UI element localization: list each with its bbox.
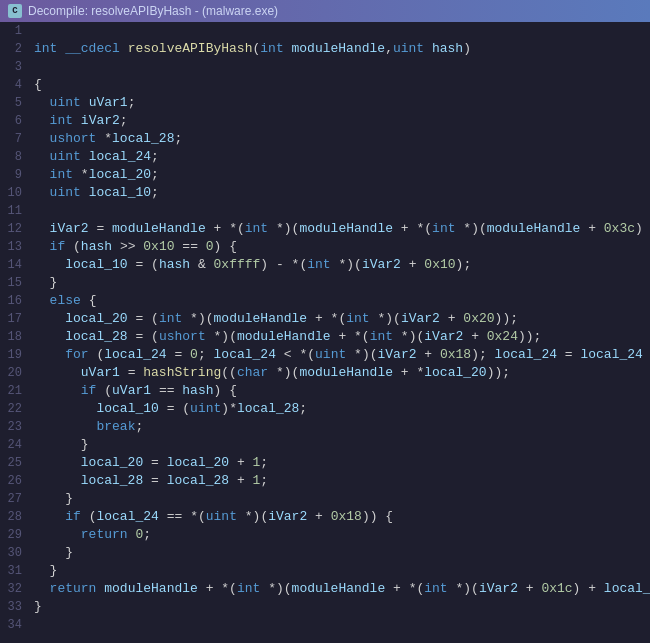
line-content: local_28 = local_28 + 1;	[30, 472, 650, 490]
line-number: 32	[0, 580, 30, 598]
line-number: 28	[0, 508, 30, 526]
line-number: 31	[0, 562, 30, 580]
line-number: 22	[0, 400, 30, 418]
line-content: uint uVar1;	[30, 94, 650, 112]
line-content: if (hash >> 0x10 == 0) {	[30, 238, 650, 256]
line-number: 17	[0, 310, 30, 328]
code-line: 15 }	[0, 274, 650, 292]
line-content: }	[30, 274, 650, 292]
line-number: 2	[0, 40, 30, 58]
line-content: }	[30, 436, 650, 454]
line-content: }	[30, 598, 650, 616]
line-content: if (uVar1 == hash) {	[30, 382, 650, 400]
code-line: 9 int *local_20;	[0, 166, 650, 184]
line-number: 1	[0, 22, 30, 40]
code-line: 27 }	[0, 490, 650, 508]
line-number: 25	[0, 454, 30, 472]
line-number: 33	[0, 598, 30, 616]
line-number: 14	[0, 256, 30, 274]
code-line: 24 }	[0, 436, 650, 454]
line-content: local_10 = (uint)*local_28;	[30, 400, 650, 418]
line-number: 3	[0, 58, 30, 76]
line-number: 6	[0, 112, 30, 130]
code-line: 4{	[0, 76, 650, 94]
code-line: 7 ushort *local_28;	[0, 130, 650, 148]
line-content: return 0;	[30, 526, 650, 544]
line-content: }	[30, 490, 650, 508]
code-line: 14 local_10 = (hash & 0xffff) - *(int *)…	[0, 256, 650, 274]
line-number: 23	[0, 418, 30, 436]
code-line: 33}	[0, 598, 650, 616]
line-content: local_28 = (ushort *)(moduleHandle + *(i…	[30, 328, 650, 346]
line-content: uVar1 = hashString((char *)(moduleHandle…	[30, 364, 650, 382]
line-number: 19	[0, 346, 30, 364]
line-number: 4	[0, 76, 30, 94]
line-number: 20	[0, 364, 30, 382]
line-content: }	[30, 544, 650, 562]
code-line: 8 uint local_24;	[0, 148, 650, 166]
line-content: int __cdecl resolveAPIByHash(int moduleH…	[30, 40, 650, 58]
code-line: 19 for (local_24 = 0; local_24 < *(uint …	[0, 346, 650, 364]
code-line: 11	[0, 202, 650, 220]
line-number: 29	[0, 526, 30, 544]
code-line: 25 local_20 = local_20 + 1;	[0, 454, 650, 472]
line-number: 30	[0, 544, 30, 562]
code-line: 17 local_20 = (int *)(moduleHandle + *(i…	[0, 310, 650, 328]
code-line: 6 int iVar2;	[0, 112, 650, 130]
code-line: 18 local_28 = (ushort *)(moduleHandle + …	[0, 328, 650, 346]
line-number: 18	[0, 328, 30, 346]
line-number: 16	[0, 292, 30, 310]
code-line: 22 local_10 = (uint)*local_28;	[0, 400, 650, 418]
code-line: 13 if (hash >> 0x10 == 0) {	[0, 238, 650, 256]
line-number: 26	[0, 472, 30, 490]
code-line: 5 uint uVar1;	[0, 94, 650, 112]
line-content: local_10 = (hash & 0xffff) - *(int *)(iV…	[30, 256, 650, 274]
code-line: 26 local_28 = local_28 + 1;	[0, 472, 650, 490]
line-number: 24	[0, 436, 30, 454]
line-number: 7	[0, 130, 30, 148]
line-content: int iVar2;	[30, 112, 650, 130]
line-number: 21	[0, 382, 30, 400]
line-content: else {	[30, 292, 650, 310]
line-content: {	[30, 76, 650, 94]
line-number: 8	[0, 148, 30, 166]
code-line: 21 if (uVar1 == hash) {	[0, 382, 650, 400]
code-line: 10 uint local_10;	[0, 184, 650, 202]
line-content: local_20 = (int *)(moduleHandle + *(int …	[30, 310, 650, 328]
line-content: for (local_24 = 0; local_24 < *(uint *)(…	[30, 346, 650, 364]
line-number: 9	[0, 166, 30, 184]
line-content: local_20 = local_20 + 1;	[30, 454, 650, 472]
line-number: 12	[0, 220, 30, 238]
code-line: 16 else {	[0, 292, 650, 310]
line-number: 27	[0, 490, 30, 508]
line-number: 34	[0, 616, 30, 634]
title-text: Decompile: resolveAPIByHash - (malware.e…	[28, 4, 278, 18]
line-number: 10	[0, 184, 30, 202]
line-number: 5	[0, 94, 30, 112]
code-line: 32 return moduleHandle + *(int *)(module…	[0, 580, 650, 598]
line-content: int *local_20;	[30, 166, 650, 184]
title-bar: C Decompile: resolveAPIByHash - (malware…	[0, 0, 650, 22]
code-line: 1	[0, 22, 650, 40]
code-line: 28 if (local_24 == *(uint *)(iVar2 + 0x1…	[0, 508, 650, 526]
title-icon: C	[8, 4, 22, 18]
line-content: return moduleHandle + *(int *)(moduleHan…	[30, 580, 650, 598]
line-content: if (local_24 == *(uint *)(iVar2 + 0x18))…	[30, 508, 650, 526]
line-content: }	[30, 562, 650, 580]
line-content: break;	[30, 418, 650, 436]
code-area[interactable]: 12int __cdecl resolveAPIByHash(int modul…	[0, 22, 650, 643]
code-line: 2int __cdecl resolveAPIByHash(int module…	[0, 40, 650, 58]
code-line: 31 }	[0, 562, 650, 580]
line-content: ushort *local_28;	[30, 130, 650, 148]
code-line: 30 }	[0, 544, 650, 562]
line-number: 13	[0, 238, 30, 256]
code-line: 23 break;	[0, 418, 650, 436]
line-content: iVar2 = moduleHandle + *(int *)(moduleHa…	[30, 220, 650, 238]
line-content: uint local_24;	[30, 148, 650, 166]
line-number: 15	[0, 274, 30, 292]
code-line: 29 return 0;	[0, 526, 650, 544]
line-number: 11	[0, 202, 30, 220]
code-line: 3	[0, 58, 650, 76]
code-line: 12 iVar2 = moduleHandle + *(int *)(modul…	[0, 220, 650, 238]
code-line: 34	[0, 616, 650, 634]
